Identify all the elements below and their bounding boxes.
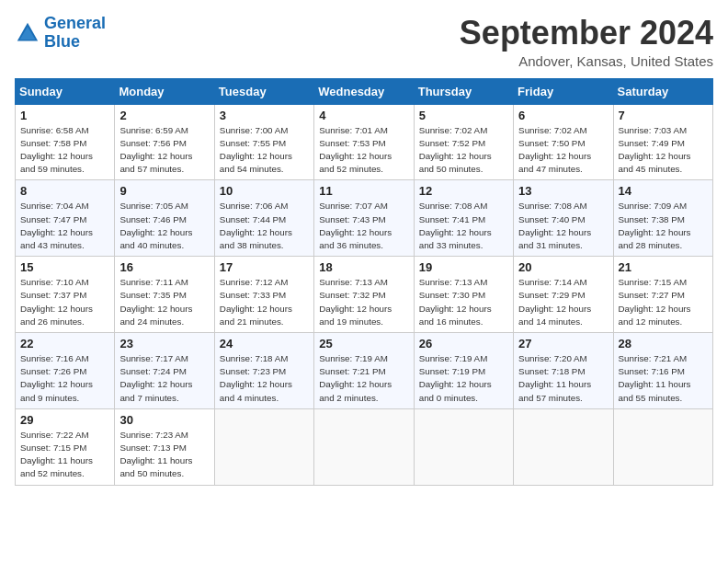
calendar-cell: 2 Sunrise: 6:59 AM Sunset: 7:56 PM Dayli… — [115, 104, 214, 180]
cell-sunset: Sunset: 7:19 PM — [419, 366, 485, 376]
cell-daylight: Daylight: 12 hours and 36 minutes. — [319, 227, 392, 250]
day-number: 1 — [20, 109, 109, 122]
day-number: 6 — [518, 109, 608, 122]
calendar-body: 1 Sunrise: 6:58 AM Sunset: 7:58 PM Dayli… — [16, 104, 713, 485]
cell-sunset: Sunset: 7:50 PM — [518, 138, 585, 148]
day-number: 18 — [319, 260, 408, 274]
calendar-cell: 9 Sunrise: 7:05 AM Sunset: 7:46 PM Dayli… — [115, 180, 214, 257]
calendar-cell: 4 Sunrise: 7:01 AM Sunset: 7:53 PM Dayli… — [314, 104, 414, 180]
header-tuesday: Tuesday — [214, 78, 313, 104]
cell-sunrise: Sunrise: 6:58 AM — [20, 125, 89, 135]
cell-sunset: Sunset: 7:21 PM — [319, 366, 385, 376]
cell-sunset: Sunset: 7:26 PM — [20, 366, 86, 376]
location-title: Andover, Kansas, United States — [460, 53, 713, 69]
cell-sunrise: Sunrise: 6:59 AM — [119, 125, 188, 135]
cell-sunrise: Sunrise: 7:15 AM — [619, 277, 688, 287]
calendar-cell — [514, 408, 613, 485]
cell-sunrise: Sunrise: 7:02 AM — [419, 125, 488, 135]
cell-sunrise: Sunrise: 7:09 AM — [619, 201, 688, 211]
cell-daylight: Daylight: 12 hours and 2 minutes. — [319, 379, 392, 402]
cell-sunrise: Sunrise: 7:07 AM — [319, 201, 388, 211]
title-area: September 2024 Andover, Kansas, United S… — [460, 15, 713, 69]
day-number: 8 — [20, 184, 109, 198]
calendar-cell: 25 Sunrise: 7:19 AM Sunset: 7:21 PM Dayl… — [314, 333, 414, 409]
day-number: 28 — [619, 337, 708, 350]
cell-daylight: Daylight: 12 hours and 33 minutes. — [419, 227, 492, 250]
cell-sunset: Sunset: 7:33 PM — [220, 290, 286, 300]
day-number: 7 — [619, 109, 708, 122]
cell-sunset: Sunset: 7:41 PM — [419, 214, 485, 224]
cell-sunset: Sunset: 7:56 PM — [119, 138, 186, 148]
day-number: 21 — [619, 260, 708, 274]
day-number: 14 — [619, 184, 708, 198]
cell-daylight: Daylight: 12 hours and 57 minutes. — [119, 151, 192, 174]
header-thursday: Thursday — [414, 78, 513, 104]
cell-sunrise: Sunrise: 7:08 AM — [518, 201, 587, 211]
cell-daylight: Daylight: 12 hours and 52 minutes. — [319, 151, 392, 174]
cell-daylight: Daylight: 12 hours and 50 minutes. — [419, 151, 492, 174]
calendar-cell: 7 Sunrise: 7:03 AM Sunset: 7:49 PM Dayli… — [613, 104, 712, 180]
calendar-week-row: 1 Sunrise: 6:58 AM Sunset: 7:58 PM Dayli… — [16, 104, 713, 180]
cell-daylight: Daylight: 11 hours and 52 minutes. — [20, 455, 93, 478]
cell-sunset: Sunset: 7:40 PM — [518, 214, 585, 224]
cell-daylight: Daylight: 12 hours and 0 minutes. — [419, 379, 492, 402]
cell-sunrise: Sunrise: 7:00 AM — [220, 125, 289, 135]
calendar-cell: 30 Sunrise: 7:23 AM Sunset: 7:13 PM Dayl… — [115, 408, 214, 485]
cell-sunrise: Sunrise: 7:13 AM — [419, 277, 488, 287]
cell-sunset: Sunset: 7:18 PM — [518, 366, 585, 376]
header-sunday: Sunday — [16, 78, 115, 104]
header-friday: Friday — [514, 78, 613, 104]
day-number: 2 — [119, 109, 209, 122]
cell-daylight: Daylight: 12 hours and 45 minutes. — [619, 151, 691, 174]
cell-sunset: Sunset: 7:53 PM — [319, 138, 385, 148]
cell-sunset: Sunset: 7:43 PM — [319, 214, 385, 224]
calendar-cell: 10 Sunrise: 7:06 AM Sunset: 7:44 PM Dayl… — [214, 180, 313, 257]
cell-daylight: Daylight: 12 hours and 40 minutes. — [119, 227, 192, 250]
cell-sunset: Sunset: 7:52 PM — [419, 138, 485, 148]
calendar-cell: 28 Sunrise: 7:21 AM Sunset: 7:16 PM Dayl… — [613, 333, 712, 409]
header-monday: Monday — [115, 78, 214, 104]
calendar-cell: 24 Sunrise: 7:18 AM Sunset: 7:23 PM Dayl… — [214, 333, 313, 409]
cell-sunset: Sunset: 7:32 PM — [319, 290, 385, 300]
cell-sunrise: Sunrise: 7:19 AM — [319, 353, 388, 363]
cell-sunrise: Sunrise: 7:18 AM — [220, 353, 289, 363]
cell-sunrise: Sunrise: 7:20 AM — [518, 353, 587, 363]
cell-sunrise: Sunrise: 7:21 AM — [619, 353, 688, 363]
cell-daylight: Daylight: 12 hours and 16 minutes. — [419, 304, 492, 327]
calendar-cell: 3 Sunrise: 7:00 AM Sunset: 7:55 PM Dayli… — [214, 104, 313, 180]
cell-sunrise: Sunrise: 7:03 AM — [619, 125, 688, 135]
day-number: 23 — [119, 337, 209, 350]
logo-icon — [15, 20, 40, 46]
cell-sunrise: Sunrise: 7:16 AM — [20, 353, 89, 363]
calendar-cell: 8 Sunrise: 7:04 AM Sunset: 7:47 PM Dayli… — [16, 180, 115, 257]
calendar-cell: 19 Sunrise: 7:13 AM Sunset: 7:30 PM Dayl… — [414, 257, 513, 333]
cell-sunrise: Sunrise: 7:14 AM — [518, 277, 587, 287]
day-number: 26 — [419, 337, 508, 350]
logo-text: General Blue — [44, 15, 106, 52]
cell-daylight: Daylight: 12 hours and 31 minutes. — [518, 227, 591, 250]
cell-sunset: Sunset: 7:24 PM — [119, 366, 186, 376]
cell-daylight: Daylight: 12 hours and 4 minutes. — [220, 379, 292, 402]
page-header: General Blue September 2024 Andover, Kan… — [15, 15, 713, 69]
cell-sunset: Sunset: 7:27 PM — [619, 290, 685, 300]
day-number: 30 — [119, 413, 209, 427]
cell-sunrise: Sunrise: 7:06 AM — [220, 201, 289, 211]
calendar-cell: 26 Sunrise: 7:19 AM Sunset: 7:19 PM Dayl… — [414, 333, 513, 409]
cell-daylight: Daylight: 11 hours and 57 minutes. — [518, 379, 591, 402]
cell-sunset: Sunset: 7:37 PM — [20, 290, 86, 300]
day-number: 5 — [419, 109, 508, 122]
cell-daylight: Daylight: 12 hours and 26 minutes. — [20, 304, 93, 327]
cell-sunset: Sunset: 7:13 PM — [119, 442, 186, 453]
day-number: 11 — [319, 184, 408, 198]
cell-sunrise: Sunrise: 7:02 AM — [518, 125, 587, 135]
cell-sunrise: Sunrise: 7:12 AM — [220, 277, 289, 287]
cell-sunrise: Sunrise: 7:11 AM — [119, 277, 188, 287]
cell-daylight: Daylight: 12 hours and 38 minutes. — [220, 227, 292, 250]
calendar-cell: 18 Sunrise: 7:13 AM Sunset: 7:32 PM Dayl… — [314, 257, 414, 333]
day-number: 13 — [518, 184, 608, 198]
day-number: 17 — [220, 260, 309, 274]
header-saturday: Saturday — [613, 78, 712, 104]
calendar-week-row: 15 Sunrise: 7:10 AM Sunset: 7:37 PM Dayl… — [16, 257, 713, 333]
cell-sunset: Sunset: 7:58 PM — [20, 138, 86, 148]
logo: General Blue — [15, 15, 106, 52]
